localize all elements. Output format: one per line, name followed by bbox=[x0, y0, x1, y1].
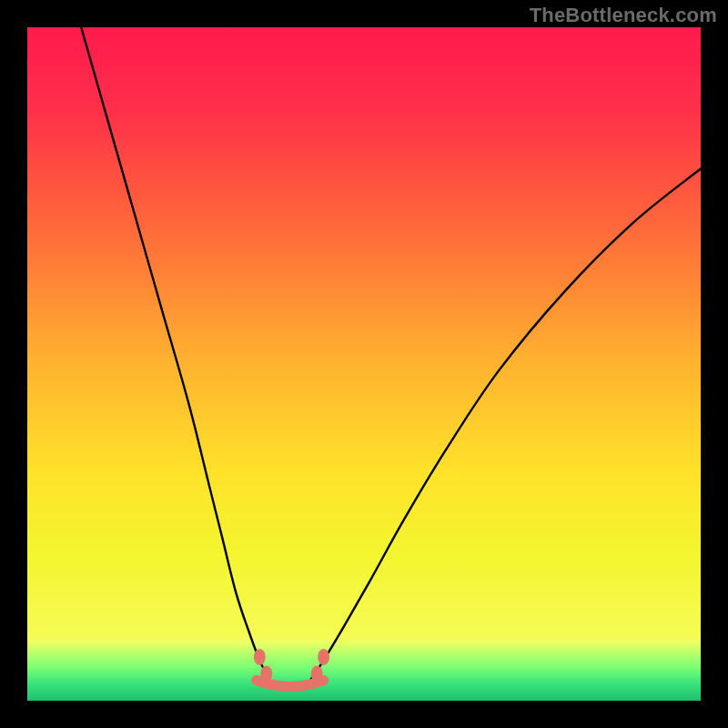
chart-svg bbox=[27, 27, 701, 701]
chart-frame: TheBottleneck.com bbox=[0, 0, 728, 728]
valley-marker-0 bbox=[254, 649, 266, 665]
valley-marker-3 bbox=[318, 649, 329, 665]
gradient-background bbox=[27, 27, 701, 701]
plot-area bbox=[27, 27, 701, 701]
valley-marker-1 bbox=[260, 665, 272, 682]
watermark-label: TheBottleneck.com bbox=[530, 4, 717, 27]
valley-marker-2 bbox=[311, 665, 323, 682]
